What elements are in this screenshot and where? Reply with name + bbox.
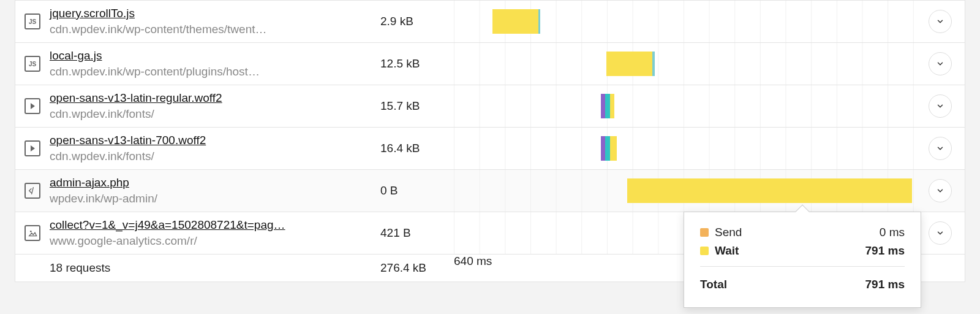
file-type-cell bbox=[15, 140, 50, 156]
waterfall-cell[interactable] bbox=[454, 128, 916, 169]
waterfall-cell[interactable] bbox=[454, 85, 916, 127]
waterfall-cell[interactable] bbox=[454, 43, 916, 85]
file-type-cell bbox=[15, 98, 50, 114]
expand-row-button[interactable] bbox=[929, 94, 952, 118]
timing-segment bbox=[606, 52, 652, 76]
tooltip-send-value: 0 ms bbox=[880, 226, 905, 239]
timing-segment bbox=[627, 178, 912, 203]
size-cell: 2.9 kB bbox=[380, 15, 454, 28]
tooltip-total-value: 791 ms bbox=[865, 278, 905, 291]
file-path: cdn.wpdev.ink/fonts/ bbox=[50, 150, 380, 163]
file-name-link[interactable]: collect?v=1&_v=j49&a=1502808721&t=pag… bbox=[50, 218, 285, 232]
file-cell: jquery.scrollTo.jscdn.wpdev.ink/wp-conte… bbox=[50, 3, 380, 40]
script-file-icon bbox=[24, 183, 40, 199]
timing-segment bbox=[605, 94, 610, 118]
expand-row-button[interactable] bbox=[929, 137, 952, 160]
timing-tooltip: Send 0 ms Wait 791 ms Total 791 ms bbox=[684, 212, 921, 308]
file-cell: open-sans-v13-latin-regular.woff2cdn.wpd… bbox=[50, 88, 380, 124]
total-requests: 18 requests bbox=[50, 261, 110, 274]
total-size: 276.4 kB bbox=[380, 261, 426, 274]
size-cell: 421 B bbox=[380, 226, 454, 240]
timing-segment bbox=[538, 9, 540, 34]
file-path: cdn.wpdev.ink/wp-content/plugins/host… bbox=[50, 65, 380, 78]
size-cell: 15.7 kB bbox=[380, 99, 454, 113]
font-file-icon bbox=[24, 140, 40, 156]
timing-segment bbox=[652, 52, 655, 76]
waterfall-cell[interactable] bbox=[454, 1, 916, 42]
file-name-link[interactable]: jquery.scrollTo.js bbox=[50, 7, 135, 20]
timing-segment bbox=[601, 136, 606, 161]
file-path: cdn.wpdev.ink/wp-content/themes/twent… bbox=[50, 23, 380, 36]
file-cell: open-sans-v13-latin-700.woff2cdn.wpdev.i… bbox=[50, 130, 380, 167]
js-file-icon: JS bbox=[24, 13, 40, 29]
tooltip-wait-label: Wait bbox=[715, 244, 739, 258]
send-swatch bbox=[700, 228, 709, 237]
first-tick-label: 640 ms bbox=[454, 255, 492, 268]
expand-row-button[interactable] bbox=[929, 10, 952, 33]
timing-segment bbox=[601, 94, 606, 118]
timing-segment bbox=[610, 136, 617, 161]
font-file-icon bbox=[24, 98, 40, 114]
tooltip-send-label: Send bbox=[715, 226, 742, 239]
file-path: www.google-analytics.com/r/ bbox=[50, 234, 380, 248]
file-type-cell bbox=[15, 225, 50, 241]
file-name-link[interactable]: admin-ajax.php bbox=[50, 176, 129, 190]
table-row[interactable]: JSlocal-ga.jscdn.wpdev.ink/wp-content/pl… bbox=[15, 42, 965, 85]
wait-swatch bbox=[700, 247, 709, 255]
timing-bar[interactable] bbox=[606, 52, 655, 76]
file-cell: collect?v=1&_v=j49&a=1502808721&t=pag…ww… bbox=[50, 215, 380, 251]
timing-segment bbox=[610, 94, 615, 118]
js-file-icon: JS bbox=[24, 56, 40, 72]
file-name-link[interactable]: open-sans-v13-latin-700.woff2 bbox=[50, 134, 206, 147]
file-name-link[interactable]: local-ga.js bbox=[50, 49, 102, 63]
timing-bar[interactable] bbox=[492, 9, 540, 34]
size-cell: 16.4 kB bbox=[380, 142, 454, 155]
timing-bar[interactable] bbox=[627, 178, 912, 203]
timing-bar[interactable] bbox=[601, 94, 615, 118]
image-file-icon bbox=[24, 225, 40, 241]
timing-segment bbox=[492, 9, 538, 34]
svg-point-0 bbox=[30, 231, 32, 232]
table-row[interactable]: admin-ajax.phpwpdev.ink/wp-admin/0 B bbox=[15, 169, 965, 212]
file-path: cdn.wpdev.ink/fonts/ bbox=[50, 107, 380, 121]
waterfall-cell[interactable] bbox=[454, 170, 916, 212]
file-cell: local-ga.jscdn.wpdev.ink/wp-content/plug… bbox=[50, 45, 380, 82]
timing-segment bbox=[605, 136, 610, 161]
timing-bar[interactable] bbox=[601, 136, 617, 161]
table-row[interactable]: JSjquery.scrollTo.jscdn.wpdev.ink/wp-con… bbox=[15, 0, 965, 42]
file-type-cell: JS bbox=[15, 13, 50, 29]
size-cell: 12.5 kB bbox=[380, 57, 454, 71]
expand-row-button[interactable] bbox=[929, 52, 952, 75]
file-type-cell: JS bbox=[15, 56, 50, 72]
expand-row-button[interactable] bbox=[929, 221, 952, 245]
file-path: wpdev.ink/wp-admin/ bbox=[50, 192, 380, 205]
table-row[interactable]: open-sans-v13-latin-700.woff2cdn.wpdev.i… bbox=[15, 127, 965, 169]
file-name-link[interactable]: open-sans-v13-latin-regular.woff2 bbox=[50, 91, 222, 105]
file-type-cell bbox=[15, 183, 50, 199]
table-row[interactable]: open-sans-v13-latin-regular.woff2cdn.wpd… bbox=[15, 85, 965, 127]
file-cell: admin-ajax.phpwpdev.ink/wp-admin/ bbox=[50, 172, 380, 209]
expand-row-button[interactable] bbox=[929, 179, 952, 202]
size-cell: 0 B bbox=[380, 184, 454, 197]
tooltip-wait-value: 791 ms bbox=[865, 244, 905, 258]
tooltip-total-label: Total bbox=[700, 278, 727, 291]
